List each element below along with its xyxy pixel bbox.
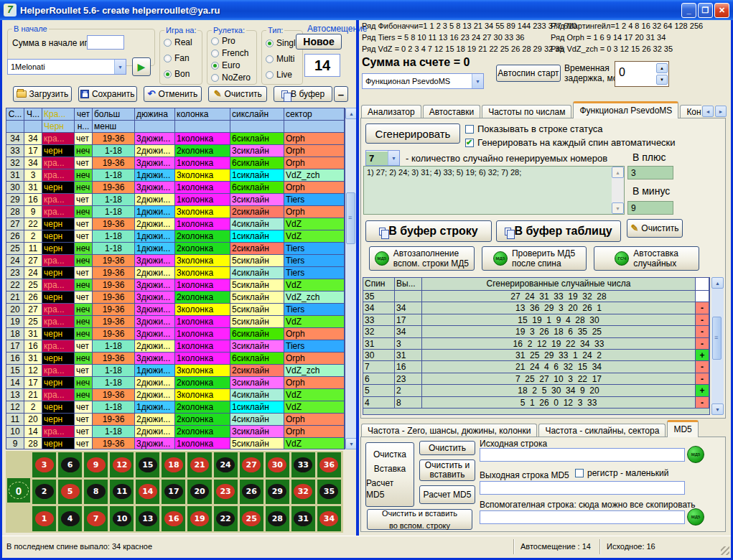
board-cell-14[interactable]: 14 [136,480,159,505]
radio-option-singl[interactable]: Singl [266,38,296,48]
md5-big-button[interactable]: ОчисткаВставкаРасчет MD5 [365,442,414,507]
board-cell-18[interactable]: 18 [162,452,185,477]
generator-md5-button[interactable]: МД5Автозаполнениевспом. строки МД5 [369,246,475,271]
table-row[interactable]: 1716кра...чет1-182дюжи...1колонка3сиклай… [6,340,345,353]
minus-button[interactable]: – [334,86,348,102]
table-row[interactable]: 3317черннеч1-182дюжи...2колонка3сиклайнO… [6,145,345,157]
table-row[interactable]: 262чернчет1-181дюжи...2колонка1сиклайнVd… [6,230,345,243]
board-cell-4[interactable]: 4 [58,506,82,531]
chevron-down-icon[interactable]: ▼ [472,74,483,88]
spinner-down-icon[interactable]: ▼ [656,75,668,85]
md5-aux-input[interactable] [480,510,685,524]
start-sum-input[interactable] [87,35,124,50]
scroll-down-icon[interactable]: ▼ [711,403,724,415]
table-row[interactable]: 1512кра...чет1-181дюжи...3колонка2сиклай… [6,365,345,377]
table-row[interactable]: 71621 24 4 6 32 15 34- [363,361,709,373]
table-row[interactable]: 6237 25 27 10 3 22 17- [363,373,709,385]
table-row[interactable]: 2427кра...неч19-363дюжи...3колонка5сикла… [6,255,345,267]
board-cell-15[interactable]: 15 [136,452,159,477]
buffer-table-button[interactable]: В буфер таблицу [496,220,621,242]
spinner-up-icon[interactable]: ▲ [656,63,668,73]
board-zero-cell[interactable]: 0 [7,478,30,503]
new-button[interactable]: Новое [296,34,342,50]
status-checkbox-row[interactable]: Показывать в строке статуса [465,123,603,134]
board-cell-10[interactable]: 10 [110,506,134,531]
table-row[interactable]: 2916кра...чет1-182дюжи...1колонка3сиклай… [6,194,345,206]
board-cell-16[interactable]: 16 [162,506,185,531]
table-row[interactable]: 3527 24 31 33 19 32 28 [363,291,709,302]
board-cell-8[interactable]: 8 [84,480,108,505]
radio-icon[interactable] [211,74,219,82]
table-row[interactable]: 313кра...неч1-181дюжи...3колонка1сиклайн… [6,169,345,182]
table-row[interactable]: 2511черннеч1-181дюжи...2колонка2сиклайнT… [6,243,345,255]
table-row[interactable]: 2126чернчет19-363дюжи...2колонка5сиклайн… [6,291,345,304]
board-cell-23[interactable]: 23 [214,480,238,505]
table-row[interactable]: 3434кра...чет19-363дюжи...1колонка6сикла… [6,133,345,145]
board-cell-36[interactable]: 36 [317,452,341,477]
board-cell-31[interactable]: 31 [291,506,315,531]
board-cell-32[interactable]: 32 [291,480,315,505]
radio-option-fan[interactable]: Fan [164,53,192,63]
table-row[interactable]: 2027кра...неч19-363дюжи...3колонка5сикла… [6,304,345,316]
board-cell-13[interactable]: 13 [136,506,159,531]
mode-select[interactable]: Функционал PsevdoMS ▼ [362,73,484,89]
md5-aux-clear-button[interactable]: Очистить и вставитьво вспом. строку [367,509,472,530]
radio-option-french[interactable]: French [211,48,251,58]
resize-grip[interactable] [721,546,729,555]
board-cell-21[interactable]: 21 [187,452,211,477]
board-cell-12[interactable]: 12 [110,452,134,477]
table-row[interactable]: 31316 2 12 19 22 34 33- [363,338,709,350]
board-cell-9[interactable]: 9 [84,452,108,477]
board-cell-11[interactable]: 11 [110,480,134,505]
scroll-down-icon[interactable]: ▼ [612,202,624,214]
table-row[interactable]: 1631черннеч19-363дюжи...1колонка6сиклайн… [6,353,345,365]
table-row[interactable]: 2722чернчет19-362дюжи...1колонка4сиклайн… [6,218,345,230]
profile-select[interactable]: 1Melonati ▼ [7,59,126,75]
board-cell-33[interactable]: 33 [291,452,315,477]
отменить-button[interactable]: ↶Отменить [144,86,202,102]
table-row[interactable]: 1831черннеч19-363дюжи...1колонка6сиклайн… [6,328,345,340]
board-cell-6[interactable]: 6 [58,452,82,477]
radio-option-nozero[interactable]: NoZero [211,73,251,83]
md5-clear-button[interactable]: Очистить [419,441,475,455]
count-select[interactable]: 7 ▼ [365,150,400,166]
scroll-up-icon[interactable]: ▲ [612,167,624,178]
radio-option-bon[interactable]: Bon [164,69,192,79]
md5-clear-paste-button[interactable]: Очистить и вставить [419,459,475,481]
сохранить-button[interactable]: Сохранить [78,86,137,102]
generated-output-area[interactable]: 1) 27; 2) 24; 3) 31; 4) 33; 5) 19; 6) 32… [363,166,625,215]
chevron-down-icon[interactable]: ▼ [114,60,126,74]
tab-частоты-по-числам[interactable]: Частоты по числам [482,105,571,118]
md5-icon[interactable]: МД5 [687,446,704,463]
md5-icon[interactable]: МД5 [687,508,704,526]
maximize-button[interactable]: ❐ [698,3,713,18]
board-cell-34[interactable]: 34 [317,506,341,531]
очистить-button[interactable]: ✎Очистить [208,86,267,102]
scroll-up-icon[interactable]: ▲ [711,277,724,289]
table-row[interactable]: 5218 2 5 30 34 9 20+ [363,385,709,396]
generator-md5-button[interactable]: МД5Проверить МД5после спина [482,246,587,271]
radio-option-euro[interactable]: Euro [211,60,251,70]
board-cell-24[interactable]: 24 [214,452,238,477]
board-cell-25[interactable]: 25 [240,506,263,531]
board-cell-35[interactable]: 35 [317,480,341,505]
table-row[interactable]: 3234кра...чет19-363дюжи...1колонка6сикла… [6,157,345,169]
board-cell-22[interactable]: 22 [214,506,238,531]
chevron-down-icon[interactable]: ▼ [388,151,399,165]
table-row[interactable]: 1120чернчет19-362дюжи...2колонка4сиклайн… [6,414,345,426]
board-cell-20[interactable]: 20 [187,480,211,505]
play-button[interactable]: ▶ [132,57,151,76]
table-row[interactable]: 2324чернчет19-362дюжи...3колонка4сиклайн… [6,267,345,279]
board-cell-29[interactable]: 29 [266,480,289,505]
board-cell-26[interactable]: 26 [240,480,263,505]
board-cell-3[interactable]: 3 [32,452,56,477]
tab-md5[interactable]: MD5 [667,420,698,437]
board-cell-17[interactable]: 17 [162,480,185,505]
tab-функционал-psevdoms[interactable]: Функционал PsevdoMS [573,101,678,118]
board-cell-27[interactable]: 27 [240,452,263,477]
table-row[interactable]: 323419 3 26 18 6 35 25- [363,326,709,337]
table-row[interactable]: 2225кра...неч19-363дюжи...1колонка5сикла… [6,279,345,291]
radio-icon[interactable] [211,37,219,45]
table-row[interactable]: 3031черннеч19-363дюжи...1колонка6сиклайн… [6,182,345,194]
radio-icon[interactable] [164,55,172,62]
